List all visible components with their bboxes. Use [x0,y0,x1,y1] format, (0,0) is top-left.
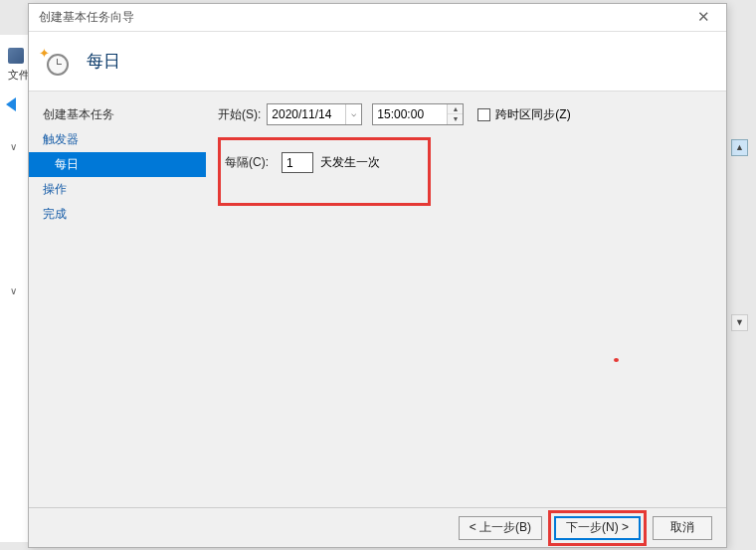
recur-highlight: 每隔(C): 天发生一次 [218,137,431,206]
spin-up-icon[interactable]: ▲ [448,104,463,114]
next-button[interactable]: 下一步(N) > [554,516,641,540]
sync-checkbox-wrap: 跨时区同步(Z) [477,106,570,123]
sidebar-item-finish[interactable]: 完成 [29,202,206,227]
time-input[interactable] [373,104,447,124]
title-bar: 创建基本任务向导 ✕ [29,4,726,32]
scroll-up-icon[interactable]: ▲ [731,139,748,156]
spin-down-icon[interactable]: ▼ [448,114,463,124]
chevron-down-icon[interactable]: ⌵ [345,104,361,124]
wizard-header: ✦ 每日 [29,32,726,92]
recur-suffix: 天发生一次 [320,154,380,171]
date-input[interactable] [268,104,345,124]
next-button-highlight: 下一步(N) > [548,510,647,546]
sync-checkbox[interactable] [477,108,490,121]
back-arrow-icon[interactable] [6,97,24,115]
sidebar-item-action[interactable]: 操作 [29,177,206,202]
wizard-sidebar: 创建基本任务 触发器 每日 操作 完成 [29,92,206,507]
wizard-content: 开始(S): ⌵ ▲ ▼ 跨时区同步(Z) [206,92,726,507]
sync-label: 跨时区同步(Z) [495,106,570,123]
sidebar-item-create-task[interactable]: 创建基本任务 [29,102,206,127]
wizard-footer: < 上一步(B) 下一步(N) > 取消 [29,507,726,547]
back-button[interactable]: < 上一步(B) [459,516,542,540]
wizard-dialog: 创建基本任务向导 ✕ ✦ 每日 创建基本任务 触发器 每日 操作 完成 开始(S… [28,3,727,548]
recur-days-input[interactable] [282,152,313,173]
bg-app-icon [8,48,24,64]
page-title: 每日 [87,50,120,73]
start-label: 开始(S): [218,106,261,123]
sidebar-item-trigger[interactable]: 触发器 [29,127,206,152]
cancel-button[interactable]: 取消 [653,516,712,540]
annotation-dot [614,358,619,362]
tree-expand-icon[interactable]: ∨ [10,285,17,296]
time-picker[interactable]: ▲ ▼ [372,103,464,125]
start-row: 开始(S): ⌵ ▲ ▼ 跨时区同步(Z) [218,103,708,125]
tree-expand-icon[interactable]: ∨ [10,141,17,152]
window-title: 创建基本任务向导 [39,9,134,26]
clock-icon: ✦ [41,48,69,76]
recur-row: 每隔(C): 天发生一次 [225,152,410,173]
scroll-down-icon[interactable]: ▼ [731,314,748,331]
date-picker[interactable]: ⌵ [267,103,362,125]
bg-file-text: 文件 [8,68,30,83]
close-button[interactable]: ✕ [686,7,720,29]
time-spinner: ▲ ▼ [447,104,463,124]
sidebar-item-daily[interactable]: 每日 [29,152,206,177]
recur-label: 每隔(C): [225,154,269,171]
wizard-body: 创建基本任务 触发器 每日 操作 完成 开始(S): ⌵ ▲ ▼ [29,92,726,507]
